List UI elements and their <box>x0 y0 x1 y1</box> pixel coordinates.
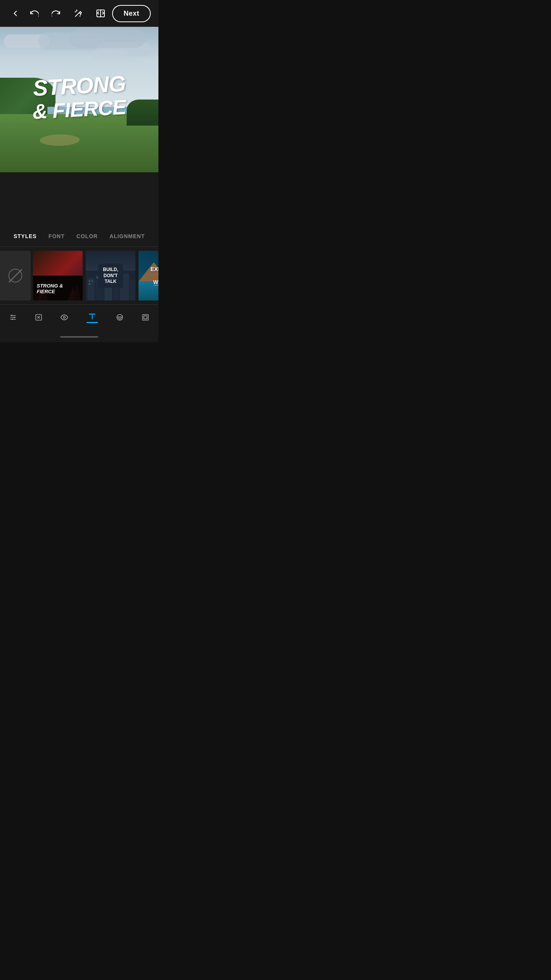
tab-font[interactable]: FONT <box>44 230 69 242</box>
healing-icon <box>35 314 42 321</box>
no-style-icon <box>8 269 22 283</box>
healing-tool[interactable] <box>32 310 46 324</box>
svg-rect-52 <box>143 315 148 320</box>
image-canvas[interactable]: STRONG & FIERCE <box>0 27 158 172</box>
bottom-toolbar <box>0 304 158 333</box>
svg-rect-23 <box>89 283 90 285</box>
toolbar-center <box>26 6 108 21</box>
svg-rect-53 <box>144 316 147 319</box>
active-tab-indicator <box>86 322 98 323</box>
thumb-3-label: ExploreThe World <box>151 266 158 285</box>
redo-button[interactable] <box>49 6 64 21</box>
svg-rect-21 <box>89 280 90 282</box>
svg-rect-20 <box>130 280 135 301</box>
style-thumb-2[interactable]: BUILD,DON'T TALK <box>86 251 135 301</box>
svg-point-48 <box>64 317 65 318</box>
thumb-2-label-box: BUILD,DON'T TALK <box>98 264 123 288</box>
magic-wand-button[interactable] <box>71 6 86 21</box>
text-tool[interactable] <box>83 309 101 326</box>
overlay-text-line2: & FIERCE <box>32 96 127 123</box>
frame-icon <box>142 314 149 321</box>
thumb-2-label: BUILD,DON'T TALK <box>102 267 119 285</box>
undo-button[interactable] <box>26 6 42 21</box>
style-thumb-none[interactable] <box>0 251 31 301</box>
compare-button[interactable] <box>93 6 108 21</box>
eye-icon <box>60 314 68 321</box>
style-thumb-3[interactable]: ExploreThe World <box>139 251 158 301</box>
adjustments-tool[interactable] <box>6 310 20 324</box>
next-button[interactable]: Next <box>112 5 151 22</box>
svg-rect-15 <box>88 278 95 301</box>
frame-tool[interactable] <box>139 310 152 324</box>
svg-point-43 <box>13 317 15 318</box>
eye-tool[interactable] <box>57 310 71 324</box>
home-bar <box>60 336 98 338</box>
style-thumb-1[interactable]: STRONG &FIERCE <box>33 251 83 301</box>
hills-right <box>127 100 158 126</box>
svg-point-42 <box>11 315 12 316</box>
svg-line-0 <box>75 13 79 16</box>
sticker-tool[interactable] <box>113 310 127 324</box>
tab-color[interactable]: COLOR <box>72 230 103 242</box>
style-tabs: STYLES FONT COLOR ALIGNMENT <box>0 226 158 247</box>
thumb-1-label: STRONG &FIERCE <box>37 283 63 295</box>
svg-point-44 <box>11 318 13 320</box>
text-T-icon <box>88 312 96 320</box>
styles-row: STRONG &FIERCE BUILD,DON'T TALK <box>0 247 158 304</box>
back-button[interactable] <box>8 6 23 21</box>
cloud-4 <box>90 50 128 60</box>
middle-spacer <box>0 172 158 226</box>
tab-styles[interactable]: STYLES <box>9 230 41 242</box>
image-text-overlay[interactable]: STRONG & FIERCE <box>33 74 126 121</box>
svg-rect-22 <box>91 280 93 282</box>
sticker-icon <box>116 314 124 321</box>
tab-alignment[interactable]: ALIGNMENT <box>105 230 149 242</box>
top-toolbar: Next <box>0 0 158 27</box>
sliders-icon <box>9 314 17 321</box>
svg-line-3 <box>76 11 77 11</box>
cloud-5 <box>69 29 145 48</box>
toolbar-left <box>8 6 23 21</box>
home-indicator <box>0 333 158 342</box>
